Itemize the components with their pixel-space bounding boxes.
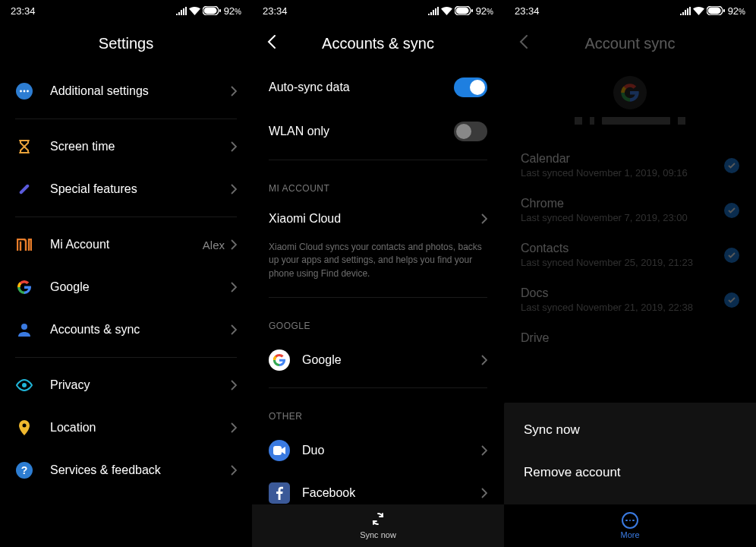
settings-item-accounts-sync[interactable]: Accounts & sync	[0, 308, 252, 351]
item-label: Duo	[302, 444, 481, 457]
check-icon	[724, 203, 739, 218]
page-title: Settings	[99, 35, 153, 52]
item-duo[interactable]: Duo	[252, 429, 504, 472]
sync-item-sub: Last synced November 7, 2019, 23:00	[521, 212, 688, 223]
back-button[interactable]	[519, 35, 528, 52]
sync-item-calendar[interactable]: Calendar Last synced November 1, 2019, 0…	[504, 143, 756, 188]
svg-rect-2	[219, 9, 221, 12]
toggle-wlan-only[interactable]: WLAN only	[252, 109, 504, 153]
settings-item-label: Privacy	[50, 378, 231, 392]
section-mi-account: MI ACCOUNT	[252, 166, 504, 201]
toggle-label: WLAN only	[269, 125, 329, 138]
settings-item-label: Accounts & sync	[50, 323, 231, 337]
chevron-right-icon	[231, 239, 237, 250]
chevron-right-icon	[231, 380, 237, 390]
item-label: Facebook	[302, 486, 481, 500]
svg-text:?: ?	[21, 464, 28, 476]
check-icon	[724, 292, 739, 308]
divider	[15, 357, 237, 358]
svg-rect-17	[273, 446, 282, 455]
menu-sync-now[interactable]: Sync now	[504, 409, 756, 451]
settings-item-label: Google	[50, 280, 231, 294]
facebook-icon	[269, 482, 290, 504]
wifi-icon	[189, 7, 200, 15]
sync-item-title: Chrome	[521, 197, 688, 210]
settings-item-value: Alex	[203, 239, 225, 251]
sync-item-title: Docs	[521, 286, 693, 300]
divider	[15, 217, 237, 217]
settings-item-mi-account[interactable]: Mi Account Alex	[0, 223, 252, 266]
wifi-icon	[441, 7, 452, 15]
chevron-right-icon	[481, 488, 487, 498]
google-icon	[613, 76, 647, 109]
status-time: 23:34	[515, 5, 540, 17]
sync-item-contacts[interactable]: Contacts Last synced November 25, 2019, …	[504, 232, 756, 277]
status-bar: 23:34 92%	[0, 0, 252, 21]
section-google: GOOGLE	[252, 304, 504, 339]
battery-percent: 92%	[728, 5, 745, 17]
settings-item-label: Special features	[50, 182, 231, 196]
item-xiaomi-cloud[interactable]: Xiaomi Cloud	[252, 201, 504, 236]
chevron-right-icon	[481, 213, 487, 224]
settings-item-privacy[interactable]: Privacy	[0, 364, 252, 406]
settings-item-google[interactable]: Google	[0, 266, 252, 308]
person-icon	[15, 321, 33, 339]
settings-item-screen-time[interactable]: Screen time	[0, 125, 252, 168]
svg-rect-20	[723, 9, 725, 12]
bottom-bar-sync-now[interactable]: Sync now	[252, 504, 504, 547]
header: Accounts & sync	[252, 21, 504, 65]
check-icon	[724, 248, 739, 263]
item-label: Xiaomi Cloud	[269, 212, 481, 226]
svg-rect-1	[203, 8, 216, 14]
settings-item-label: Location	[50, 421, 231, 435]
wifi-icon	[693, 7, 704, 15]
more-icon	[622, 512, 638, 529]
divider	[269, 297, 487, 298]
sync-item-docs[interactable]: Docs Last synced November 21, 2019, 22:3…	[504, 277, 756, 322]
settings-item-services[interactable]: ? Services & feedback	[0, 449, 252, 492]
item-facebook[interactable]: Facebook	[252, 472, 504, 504]
toggle-label: Auto-sync data	[269, 81, 350, 94]
back-button[interactable]	[267, 35, 276, 52]
signal-icon	[680, 7, 691, 15]
google-icon	[15, 278, 33, 296]
menu-sheet: Sync now Remove account	[504, 403, 756, 504]
divider	[269, 387, 487, 388]
status-icons	[428, 6, 473, 15]
sync-icon	[371, 512, 385, 529]
item-label: Google	[302, 353, 481, 367]
bottom-label: Sync now	[360, 530, 396, 539]
chevron-right-icon	[231, 422, 237, 433]
section-note: Xiaomi Cloud syncs your contacts and pho…	[252, 236, 504, 291]
menu-remove-account[interactable]: Remove account	[504, 451, 756, 494]
bottom-label: More	[620, 530, 639, 539]
accounts-sync-content: Auto-sync data WLAN only MI ACCOUNT Xiao…	[252, 65, 504, 504]
settings-item-location[interactable]: Location	[0, 406, 252, 449]
account-email-redacted	[504, 117, 756, 125]
divider	[15, 119, 237, 119]
status-bar: 23:34 92%	[504, 0, 756, 21]
item-google[interactable]: Google	[252, 339, 504, 381]
toggle-auto-sync[interactable]: Auto-sync data	[252, 65, 504, 109]
wand-icon	[15, 180, 33, 198]
chevron-right-icon	[481, 355, 487, 365]
eye-icon	[15, 376, 33, 394]
settings-item-special[interactable]: Special features	[0, 168, 252, 210]
settings-item-label: Screen time	[50, 140, 231, 153]
sync-item-chrome[interactable]: Chrome Last synced November 7, 2019, 23:…	[504, 188, 756, 232]
toggle-switch[interactable]	[454, 77, 487, 97]
toggle-switch[interactable]	[454, 122, 487, 141]
settings-item-additional[interactable]: Additional settings	[0, 70, 252, 112]
settings-item-label: Mi Account	[50, 238, 203, 251]
status-time: 23:34	[263, 5, 288, 17]
status-icons	[176, 6, 221, 15]
page-title: Accounts & sync	[322, 35, 434, 52]
sync-item-drive[interactable]: Drive	[504, 322, 756, 354]
screen-accounts-sync: 23:34 92% Accounts & sync Auto-sync data…	[252, 0, 504, 547]
svg-point-4	[20, 90, 22, 93]
sync-item-sub: Last synced November 21, 2019, 22:38	[521, 302, 693, 313]
settings-item-label: Additional settings	[50, 84, 231, 98]
svg-point-9	[21, 324, 27, 330]
bottom-bar-more[interactable]: More	[504, 504, 756, 547]
divider	[269, 160, 487, 160]
